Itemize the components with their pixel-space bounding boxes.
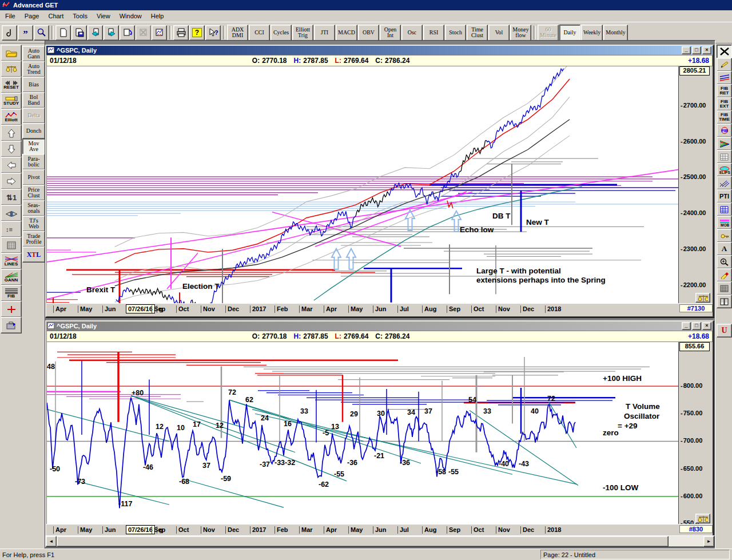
page-insert-icon[interactable] [152,25,167,41]
sidebar-xtl-button[interactable]: XTL [22,247,45,263]
reset-icon[interactable]: RESET [1,77,22,93]
close-button[interactable]: × [702,322,711,330]
study-cycles-button[interactable]: Cycles [270,25,292,41]
pitchfork-icon[interactable] [717,176,732,190]
ellipse-icon[interactable]: ELIPS [717,163,732,177]
sidebar-movave-button[interactable]: MovAve [22,138,45,154]
price-chart[interactable]: Brexit TElection TEcho lowDB TNew TLarge… [46,66,678,303]
maximize-button[interactable]: □ [692,46,701,54]
new-page-icon[interactable] [55,25,71,41]
sidebar-delta-button[interactable]: Delta [22,108,45,124]
gann-icon[interactable]: GANN [1,269,22,285]
price-x-axis[interactable]: #7130 AprMayJun07/26/16gSepOctNovDec2017… [46,303,713,316]
zoom-page-icon[interactable] [34,25,49,41]
study-time-button[interactable]: TimeClust [467,25,488,41]
study-obv-button[interactable]: OBV [358,25,379,41]
sidebar-pivot-button[interactable]: Pivot [22,169,45,185]
study-osc-button[interactable]: Osc [401,25,423,41]
grid-icon[interactable] [717,150,732,164]
dark-grid-icon[interactable] [717,281,732,295]
study-vol-button[interactable]: Vol [488,25,510,41]
sidebar-bolband-button[interactable]: BolBand [22,92,45,108]
crop-x-icon[interactable] [717,45,732,58]
prev-page-icon[interactable] [87,25,103,41]
minimize-button[interactable]: _ [682,46,691,54]
menu-view[interactable]: View [92,11,115,21]
sidebar-donch-button[interactable]: Donch [22,123,45,139]
pti-icon[interactable]: PTI [717,189,732,203]
help-icon[interactable]: ? [189,25,205,41]
arrow-left-icon[interactable] [1,157,22,173]
arrow-right-icon[interactable] [1,173,22,189]
bar-count-icon[interactable]: ⇅1|1 [1,189,22,205]
blue-grid-icon[interactable] [717,202,732,216]
page-flip-icon[interactable] [120,25,135,41]
pencil-icon[interactable] [717,58,732,72]
chart-window-price[interactable]: ^GSPC, Daily _□× 01/12/18 O:2770.18 H:27… [45,45,714,317]
save-page-icon[interactable] [71,25,87,41]
quote-pages-icon[interactable]: ” [18,25,33,41]
maximize-button[interactable]: □ [692,322,701,330]
text-tool-icon[interactable]: A [717,242,732,256]
oscillator-x-axis[interactable]: #830 AprMayJun07/26/16gSepOctNovDec2017F… [46,524,713,537]
mdi-horizontal-scrollbar[interactable]: ◄ ► [45,535,715,547]
study-macd-button[interactable]: MACD [336,25,357,41]
context-help-icon[interactable]: ? [205,25,221,41]
scroll-right-icon[interactable]: ► [703,536,714,547]
price-y-axis[interactable]: 2805.212700.002600.002500.002400.002300.… [678,66,711,303]
chart-tool-icon[interactable] [2,25,17,41]
mob-icon[interactable]: MOB [717,216,732,229]
study-money-button[interactable]: Moneyflow [510,25,531,41]
study-stoch-button[interactable]: Stoch [445,25,466,41]
timeframe-60-button[interactable]: 60Minute [538,25,559,41]
menu-file[interactable]: File [1,11,20,21]
notes-icon[interactable] [717,295,732,308]
scales-icon[interactable] [1,61,22,77]
sidebar-priceclust-button[interactable]: PriceClust [22,185,45,201]
parallel-lines-icon[interactable] [717,71,732,85]
fib-circle-icon[interactable]: FIB [717,124,732,137]
study-adx-button[interactable]: ADXDMI [227,25,248,41]
timeframe-weekly-button[interactable]: Weekly [581,25,603,41]
sidebar-parabolic-button[interactable]: Para-bolic [22,154,45,170]
key-info-icon[interactable] [717,229,732,243]
arrow-up-icon[interactable] [1,125,22,141]
sidebar-tjsweb-button[interactable]: TJ'sWeb [22,216,45,232]
timeframe-monthly-button[interactable]: Monthly [603,25,627,41]
page-delete-icon[interactable] [136,25,151,41]
x-axis-date-box[interactable]: 07/26/16 [126,304,155,313]
elliott-icon[interactable]: Elliott [1,109,22,125]
close-button[interactable]: × [702,46,711,54]
sidebar-autogann-button[interactable]: AutoGann [22,46,45,62]
send-chart-icon[interactable] [1,317,22,333]
next-page-icon[interactable] [104,25,119,41]
scale-settings-icon[interactable] [695,293,710,303]
menu-chart[interactable]: Chart [43,11,68,21]
study-open-button[interactable]: OpenInt [380,25,401,41]
minimize-button[interactable]: _ [682,322,691,330]
chart-window-oscillator[interactable]: ^GSPC, Daily _□× 01/12/18 O:2770.18 H:27… [45,320,714,538]
lines-icon[interactable]: LINES [1,253,22,269]
sidebar-autotrend-button[interactable]: AutoTrend [22,61,45,77]
open-chart-icon[interactable] [1,45,22,61]
print-icon[interactable] [173,25,189,41]
oscillator-y-axis[interactable]: 855.66800.00750.00700.00650.00600.00550.… [678,342,711,524]
sidebar-seasonals-button[interactable]: Seas-onals [22,200,45,216]
fib-ret-icon[interactable]: FIBRET [717,84,732,98]
x-axis-date-box[interactable]: 07/26/16 [126,525,155,534]
marker-icon[interactable] [717,268,732,282]
sidebar-bias-button[interactable]: Bias [22,77,45,93]
study-cci-button[interactable]: CCI [249,25,270,41]
study-jti-button[interactable]: JTI [314,25,335,41]
magnet-u-icon[interactable]: U [717,324,732,337]
study-elliott-button[interactable]: ElliottTrig [292,25,313,41]
scale-settings-icon[interactable] [695,514,710,523]
sidebar-tradeprofile-button[interactable]: TradeProfile [22,231,45,247]
expand-h-icon[interactable]: ◁|▷ [1,205,22,221]
timeframe-daily-button[interactable]: Daily [559,25,580,41]
study-rsi-button[interactable]: RSI [423,25,444,41]
scroll-left-icon[interactable]: ◄ [46,536,57,547]
red-cross-icon[interactable] [1,301,22,317]
fib-ext-icon[interactable]: FIBEXT [717,97,732,111]
compress-v-icon[interactable]: ↕≡ [1,221,22,237]
